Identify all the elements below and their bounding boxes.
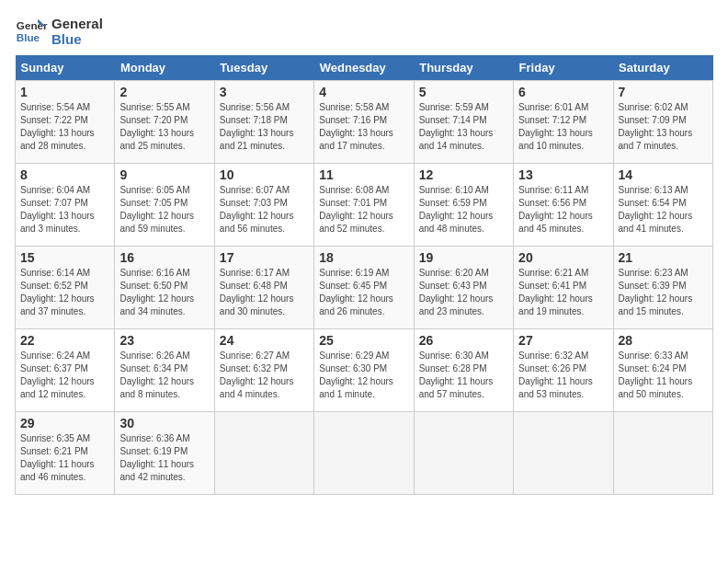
day-number: 27 — [518, 333, 608, 348]
day-number: 6 — [518, 85, 608, 99]
table-row: 19Sunrise: 6:20 AMSunset: 6:43 PMDayligh… — [414, 247, 513, 329]
day-info: Sunrise: 6:14 AMSunset: 6:52 PMDaylight:… — [20, 267, 109, 318]
day-info: Sunrise: 6:17 AMSunset: 6:48 PMDaylight:… — [220, 267, 309, 318]
table-row: 25Sunrise: 6:29 AMSunset: 6:30 PMDayligh… — [314, 329, 414, 412]
table-row: 13Sunrise: 6:11 AMSunset: 6:56 PMDayligh… — [514, 164, 613, 247]
table-row: 5Sunrise: 5:59 AMSunset: 7:14 PMDaylight… — [414, 81, 513, 164]
header-saturday: Saturday — [613, 55, 712, 81]
day-number: 4 — [319, 85, 408, 99]
table-row: 28Sunrise: 6:33 AMSunset: 6:24 PMDayligh… — [613, 329, 712, 412]
table-row: 12Sunrise: 6:10 AMSunset: 6:59 PMDayligh… — [414, 164, 513, 247]
day-info: Sunrise: 6:35 AMSunset: 6:21 PMDaylight:… — [20, 432, 109, 484]
day-number: 19 — [419, 250, 508, 265]
day-number: 23 — [119, 333, 209, 348]
table-row: 18Sunrise: 6:19 AMSunset: 6:45 PMDayligh… — [314, 247, 414, 329]
day-info: Sunrise: 6:04 AMSunset: 7:07 PMDaylight:… — [20, 184, 109, 236]
day-info: Sunrise: 6:07 AMSunset: 7:03 PMDaylight:… — [220, 184, 309, 236]
header-sunday: Sunday — [16, 55, 115, 81]
table-row — [314, 412, 414, 495]
table-row: 1Sunrise: 5:54 AMSunset: 7:22 PMDaylight… — [16, 81, 115, 164]
table-row: 22Sunrise: 6:24 AMSunset: 6:37 PMDayligh… — [16, 329, 115, 412]
table-row: 27Sunrise: 6:32 AMSunset: 6:26 PMDayligh… — [514, 329, 613, 412]
day-number: 21 — [619, 250, 708, 265]
table-row: 6Sunrise: 6:01 AMSunset: 7:12 PMDaylight… — [514, 81, 613, 164]
day-info: Sunrise: 6:20 AMSunset: 6:43 PMDaylight:… — [419, 267, 508, 318]
day-info: Sunrise: 6:24 AMSunset: 6:37 PMDaylight:… — [20, 350, 109, 401]
day-info: Sunrise: 5:59 AMSunset: 7:14 PMDaylight:… — [419, 101, 508, 153]
day-number: 18 — [319, 250, 408, 265]
day-info: Sunrise: 6:19 AMSunset: 6:45 PMDaylight:… — [319, 267, 408, 318]
logo: General Blue General Blue — [15, 15, 103, 48]
table-row: 2Sunrise: 5:55 AMSunset: 7:20 PMDaylight… — [115, 81, 214, 164]
day-number: 8 — [20, 167, 109, 182]
day-number: 15 — [20, 250, 109, 265]
day-info: Sunrise: 6:02 AMSunset: 7:09 PMDaylight:… — [619, 101, 708, 153]
day-info: Sunrise: 6:21 AMSunset: 6:41 PMDaylight:… — [518, 267, 608, 318]
day-number: 7 — [619, 85, 708, 99]
day-info: Sunrise: 6:16 AMSunset: 6:50 PMDaylight:… — [119, 267, 209, 318]
page-header: General Blue General Blue — [15, 15, 713, 48]
day-number: 10 — [220, 167, 309, 182]
table-row: 4Sunrise: 5:58 AMSunset: 7:16 PMDaylight… — [314, 81, 414, 164]
day-number: 24 — [220, 333, 309, 348]
svg-text:Blue: Blue — [17, 31, 40, 43]
table-row: 17Sunrise: 6:17 AMSunset: 6:48 PMDayligh… — [214, 247, 313, 329]
day-info: Sunrise: 6:05 AMSunset: 7:05 PMDaylight:… — [119, 184, 209, 236]
table-row: 20Sunrise: 6:21 AMSunset: 6:41 PMDayligh… — [514, 247, 613, 329]
calendar-week-row: 22Sunrise: 6:24 AMSunset: 6:37 PMDayligh… — [16, 329, 713, 412]
day-number: 13 — [518, 167, 608, 182]
day-info: Sunrise: 5:55 AMSunset: 7:20 PMDaylight:… — [119, 101, 209, 153]
day-number: 5 — [419, 85, 508, 99]
day-info: Sunrise: 6:33 AMSunset: 6:24 PMDaylight:… — [619, 350, 708, 401]
day-info: Sunrise: 6:08 AMSunset: 7:01 PMDaylight:… — [319, 184, 408, 236]
day-info: Sunrise: 5:54 AMSunset: 7:22 PMDaylight:… — [20, 101, 109, 153]
calendar-week-row: 15Sunrise: 6:14 AMSunset: 6:52 PMDayligh… — [16, 247, 713, 329]
day-info: Sunrise: 6:11 AMSunset: 6:56 PMDaylight:… — [518, 184, 608, 236]
day-number: 20 — [518, 250, 608, 265]
calendar-week-row: 29Sunrise: 6:35 AMSunset: 6:21 PMDayligh… — [16, 412, 713, 495]
table-row: 16Sunrise: 6:16 AMSunset: 6:50 PMDayligh… — [115, 247, 214, 329]
table-row — [414, 412, 513, 495]
header-tuesday: Tuesday — [214, 55, 313, 81]
table-row: 26Sunrise: 6:30 AMSunset: 6:28 PMDayligh… — [414, 329, 513, 412]
day-info: Sunrise: 6:26 AMSunset: 6:34 PMDaylight:… — [119, 350, 209, 401]
day-info: Sunrise: 6:23 AMSunset: 6:39 PMDaylight:… — [619, 267, 708, 318]
calendar-week-row: 8Sunrise: 6:04 AMSunset: 7:07 PMDaylight… — [16, 164, 713, 247]
calendar-header-row: Sunday Monday Tuesday Wednesday Thursday… — [16, 55, 713, 81]
calendar-table: Sunday Monday Tuesday Wednesday Thursday… — [15, 55, 713, 495]
table-row: 3Sunrise: 5:56 AMSunset: 7:18 PMDaylight… — [214, 81, 313, 164]
table-row: 29Sunrise: 6:35 AMSunset: 6:21 PMDayligh… — [16, 412, 115, 495]
table-row: 21Sunrise: 6:23 AMSunset: 6:39 PMDayligh… — [613, 247, 712, 329]
day-info: Sunrise: 6:13 AMSunset: 6:54 PMDaylight:… — [619, 184, 708, 236]
day-info: Sunrise: 6:36 AMSunset: 6:19 PMDaylight:… — [119, 432, 209, 484]
day-number: 30 — [119, 416, 209, 431]
day-info: Sunrise: 6:27 AMSunset: 6:32 PMDaylight:… — [220, 350, 309, 401]
day-number: 9 — [119, 167, 209, 182]
day-number: 12 — [419, 167, 508, 182]
header-wednesday: Wednesday — [314, 55, 414, 81]
table-row: 30Sunrise: 6:36 AMSunset: 6:19 PMDayligh… — [115, 412, 214, 495]
table-row — [214, 412, 313, 495]
table-row — [514, 412, 613, 495]
day-info: Sunrise: 6:30 AMSunset: 6:28 PMDaylight:… — [419, 350, 508, 401]
table-row: 7Sunrise: 6:02 AMSunset: 7:09 PMDaylight… — [613, 81, 712, 164]
day-info: Sunrise: 5:58 AMSunset: 7:16 PMDaylight:… — [319, 101, 408, 153]
day-number: 2 — [119, 85, 209, 99]
day-number: 26 — [419, 333, 508, 348]
day-info: Sunrise: 6:10 AMSunset: 6:59 PMDaylight:… — [419, 184, 508, 236]
day-number: 3 — [220, 85, 309, 99]
day-info: Sunrise: 6:01 AMSunset: 7:12 PMDaylight:… — [518, 101, 608, 153]
day-number: 29 — [20, 416, 109, 431]
calendar-week-row: 1Sunrise: 5:54 AMSunset: 7:22 PMDaylight… — [16, 81, 713, 164]
day-number: 1 — [20, 85, 109, 99]
day-number: 16 — [119, 250, 209, 265]
table-row: 23Sunrise: 6:26 AMSunset: 6:34 PMDayligh… — [115, 329, 214, 412]
day-number: 14 — [619, 167, 708, 182]
day-number: 22 — [20, 333, 109, 348]
table-row: 24Sunrise: 6:27 AMSunset: 6:32 PMDayligh… — [214, 329, 313, 412]
day-info: Sunrise: 5:56 AMSunset: 7:18 PMDaylight:… — [220, 101, 309, 153]
table-row: 11Sunrise: 6:08 AMSunset: 7:01 PMDayligh… — [314, 164, 414, 247]
day-number: 11 — [319, 167, 408, 182]
header-thursday: Thursday — [414, 55, 513, 81]
logo-text-blue: Blue — [51, 31, 103, 47]
